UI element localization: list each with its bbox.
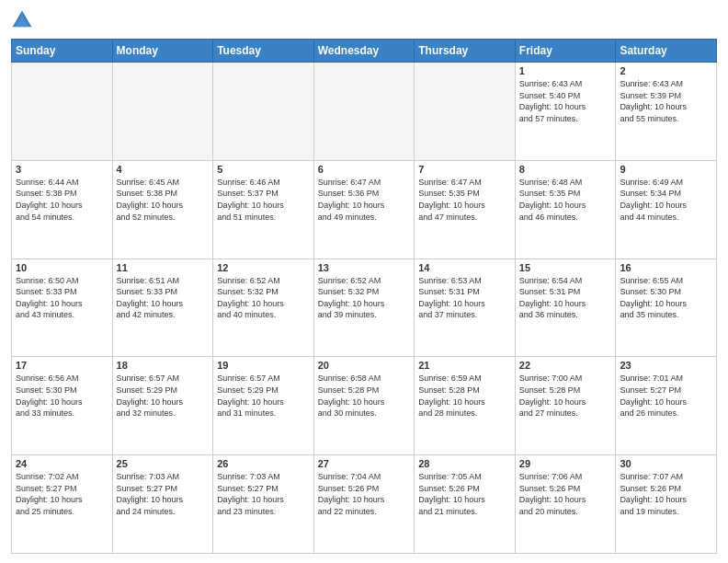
day-info: Sunrise: 7:00 AM Sunset: 5:28 PM Dayligh… xyxy=(519,373,612,419)
day-info: Sunrise: 6:44 AM Sunset: 5:38 PM Dayligh… xyxy=(16,177,108,223)
weekday-header-row: SundayMondayTuesdayWednesdayThursdayFrid… xyxy=(12,40,717,63)
day-cell: 15Sunrise: 6:54 AM Sunset: 5:31 PM Dayli… xyxy=(515,259,616,357)
day-cell: 3Sunrise: 6:44 AM Sunset: 5:38 PM Daylig… xyxy=(12,160,113,259)
day-number: 15 xyxy=(519,262,612,273)
day-info: Sunrise: 6:58 AM Sunset: 5:28 PM Dayligh… xyxy=(318,373,411,419)
day-info: Sunrise: 6:43 AM Sunset: 5:40 PM Dayligh… xyxy=(519,78,612,124)
weekday-sunday: Sunday xyxy=(12,40,113,63)
day-cell: 14Sunrise: 6:53 AM Sunset: 5:31 PM Dayli… xyxy=(415,259,516,357)
weekday-monday: Monday xyxy=(112,40,213,63)
day-cell: 30Sunrise: 7:07 AM Sunset: 5:26 PM Dayli… xyxy=(616,455,717,554)
day-info: Sunrise: 6:47 AM Sunset: 5:35 PM Dayligh… xyxy=(418,177,511,223)
day-cell: 4Sunrise: 6:45 AM Sunset: 5:38 PM Daylig… xyxy=(112,160,213,259)
day-number: 11 xyxy=(117,262,210,273)
day-number: 18 xyxy=(117,360,210,371)
weekday-saturday: Saturday xyxy=(616,40,717,63)
page: SundayMondayTuesdayWednesdayThursdayFrid… xyxy=(0,0,728,563)
day-cell: 9Sunrise: 6:49 AM Sunset: 5:34 PM Daylig… xyxy=(616,160,717,259)
day-number: 12 xyxy=(217,262,310,273)
day-cell xyxy=(415,63,516,161)
day-cell: 28Sunrise: 7:05 AM Sunset: 5:26 PM Dayli… xyxy=(415,455,516,554)
day-cell: 18Sunrise: 6:57 AM Sunset: 5:29 PM Dayli… xyxy=(112,357,213,455)
day-cell: 6Sunrise: 6:47 AM Sunset: 5:36 PM Daylig… xyxy=(313,160,415,259)
day-info: Sunrise: 7:03 AM Sunset: 5:27 PM Dayligh… xyxy=(217,471,310,517)
day-cell: 5Sunrise: 6:46 AM Sunset: 5:37 PM Daylig… xyxy=(213,160,314,259)
day-info: Sunrise: 7:05 AM Sunset: 5:26 PM Dayligh… xyxy=(418,471,511,517)
day-info: Sunrise: 6:52 AM Sunset: 5:32 PM Dayligh… xyxy=(217,275,310,321)
day-number: 8 xyxy=(519,164,612,175)
day-info: Sunrise: 6:51 AM Sunset: 5:33 PM Dayligh… xyxy=(117,275,210,321)
day-cell: 24Sunrise: 7:02 AM Sunset: 5:27 PM Dayli… xyxy=(12,455,113,554)
week-row-3: 10Sunrise: 6:50 AM Sunset: 5:33 PM Dayli… xyxy=(12,259,717,357)
day-info: Sunrise: 6:55 AM Sunset: 5:30 PM Dayligh… xyxy=(620,275,712,321)
day-cell: 13Sunrise: 6:52 AM Sunset: 5:32 PM Dayli… xyxy=(313,259,415,357)
day-number: 23 xyxy=(620,360,712,371)
day-number: 5 xyxy=(217,164,310,175)
day-cell: 1Sunrise: 6:43 AM Sunset: 5:40 PM Daylig… xyxy=(515,63,616,161)
day-cell: 10Sunrise: 6:50 AM Sunset: 5:33 PM Dayli… xyxy=(12,259,113,357)
day-info: Sunrise: 6:52 AM Sunset: 5:32 PM Dayligh… xyxy=(318,275,411,321)
day-cell: 22Sunrise: 7:00 AM Sunset: 5:28 PM Dayli… xyxy=(515,357,616,455)
day-info: Sunrise: 6:57 AM Sunset: 5:29 PM Dayligh… xyxy=(117,373,210,419)
day-number: 21 xyxy=(418,360,511,371)
week-row-2: 3Sunrise: 6:44 AM Sunset: 5:38 PM Daylig… xyxy=(12,160,717,259)
calendar-table: SundayMondayTuesdayWednesdayThursdayFrid… xyxy=(11,39,717,554)
day-cell: 11Sunrise: 6:51 AM Sunset: 5:33 PM Dayli… xyxy=(112,259,213,357)
day-number: 16 xyxy=(620,262,712,273)
day-cell xyxy=(112,63,213,161)
day-info: Sunrise: 6:49 AM Sunset: 5:34 PM Dayligh… xyxy=(620,177,712,223)
day-info: Sunrise: 7:01 AM Sunset: 5:27 PM Dayligh… xyxy=(620,373,712,419)
weekday-friday: Friday xyxy=(515,40,616,63)
day-number: 14 xyxy=(418,262,511,273)
day-number: 17 xyxy=(16,360,108,371)
weekday-tuesday: Tuesday xyxy=(213,40,314,63)
day-info: Sunrise: 7:07 AM Sunset: 5:26 PM Dayligh… xyxy=(620,471,712,517)
day-number: 7 xyxy=(418,164,511,175)
day-cell: 7Sunrise: 6:47 AM Sunset: 5:35 PM Daylig… xyxy=(415,160,516,259)
day-number: 9 xyxy=(620,164,712,175)
day-info: Sunrise: 6:43 AM Sunset: 5:39 PM Dayligh… xyxy=(620,78,712,124)
day-cell: 29Sunrise: 7:06 AM Sunset: 5:26 PM Dayli… xyxy=(515,455,616,554)
day-cell xyxy=(12,63,113,161)
day-cell: 27Sunrise: 7:04 AM Sunset: 5:26 PM Dayli… xyxy=(313,455,415,554)
day-number: 29 xyxy=(519,458,612,469)
day-cell xyxy=(213,63,314,161)
day-cell: 19Sunrise: 6:57 AM Sunset: 5:29 PM Dayli… xyxy=(213,357,314,455)
day-number: 27 xyxy=(318,458,411,469)
day-cell: 25Sunrise: 7:03 AM Sunset: 5:27 PM Dayli… xyxy=(112,455,213,554)
day-info: Sunrise: 7:03 AM Sunset: 5:27 PM Dayligh… xyxy=(117,471,210,517)
day-info: Sunrise: 6:54 AM Sunset: 5:31 PM Dayligh… xyxy=(519,275,612,321)
day-info: Sunrise: 6:53 AM Sunset: 5:31 PM Dayligh… xyxy=(418,275,511,321)
day-number: 19 xyxy=(217,360,310,371)
day-info: Sunrise: 6:46 AM Sunset: 5:37 PM Dayligh… xyxy=(217,177,310,223)
weekday-thursday: Thursday xyxy=(415,40,516,63)
day-info: Sunrise: 6:56 AM Sunset: 5:30 PM Dayligh… xyxy=(16,373,108,419)
day-cell: 23Sunrise: 7:01 AM Sunset: 5:27 PM Dayli… xyxy=(616,357,717,455)
day-number: 24 xyxy=(16,458,108,469)
day-number: 4 xyxy=(117,164,210,175)
day-number: 10 xyxy=(16,262,108,273)
day-number: 1 xyxy=(519,65,612,76)
week-row-1: 1Sunrise: 6:43 AM Sunset: 5:40 PM Daylig… xyxy=(12,63,717,161)
day-number: 6 xyxy=(318,164,411,175)
day-cell: 2Sunrise: 6:43 AM Sunset: 5:39 PM Daylig… xyxy=(616,63,717,161)
day-cell: 8Sunrise: 6:48 AM Sunset: 5:35 PM Daylig… xyxy=(515,160,616,259)
day-info: Sunrise: 6:45 AM Sunset: 5:38 PM Dayligh… xyxy=(117,177,210,223)
day-info: Sunrise: 6:48 AM Sunset: 5:35 PM Dayligh… xyxy=(519,177,612,223)
week-row-5: 24Sunrise: 7:02 AM Sunset: 5:27 PM Dayli… xyxy=(12,455,717,554)
day-number: 13 xyxy=(318,262,411,273)
day-number: 25 xyxy=(117,458,210,469)
day-info: Sunrise: 6:50 AM Sunset: 5:33 PM Dayligh… xyxy=(16,275,108,321)
week-row-4: 17Sunrise: 6:56 AM Sunset: 5:30 PM Dayli… xyxy=(12,357,717,455)
day-info: Sunrise: 6:57 AM Sunset: 5:29 PM Dayligh… xyxy=(217,373,310,419)
day-number: 26 xyxy=(217,458,310,469)
day-cell: 26Sunrise: 7:03 AM Sunset: 5:27 PM Dayli… xyxy=(213,455,314,554)
day-info: Sunrise: 7:06 AM Sunset: 5:26 PM Dayligh… xyxy=(519,471,612,517)
day-number: 3 xyxy=(16,164,108,175)
header xyxy=(11,9,717,31)
weekday-wednesday: Wednesday xyxy=(313,40,415,63)
logo xyxy=(11,9,37,31)
day-cell: 21Sunrise: 6:59 AM Sunset: 5:28 PM Dayli… xyxy=(415,357,516,455)
day-cell: 16Sunrise: 6:55 AM Sunset: 5:30 PM Dayli… xyxy=(616,259,717,357)
day-number: 20 xyxy=(318,360,411,371)
